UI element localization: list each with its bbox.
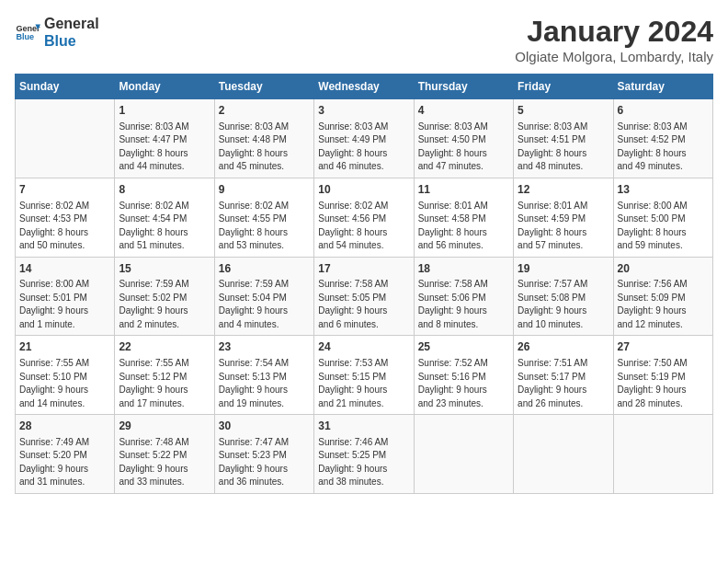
day-info: Sunrise: 7:57 AMSunset: 5:08 PMDaylight:… — [518, 278, 609, 331]
calendar-cell: 25Sunrise: 7:52 AMSunset: 5:16 PMDayligh… — [414, 336, 513, 415]
day-number: 22 — [119, 339, 210, 355]
day-info: Sunrise: 8:03 AMSunset: 4:49 PMDaylight:… — [318, 121, 409, 174]
day-number: 8 — [119, 182, 210, 198]
logo: General Blue General Blue — [15, 15, 99, 50]
page-title: January 2024 — [515, 15, 713, 49]
header-saturday: Saturday — [613, 75, 712, 99]
day-number: 24 — [318, 339, 409, 355]
day-info: Sunrise: 8:02 AMSunset: 4:54 PMDaylight:… — [119, 200, 210, 253]
calendar-cell: 19Sunrise: 7:57 AMSunset: 5:08 PMDayligh… — [514, 257, 613, 336]
calendar-cell: 16Sunrise: 7:59 AMSunset: 5:04 PMDayligh… — [214, 257, 313, 336]
calendar-cell: 10Sunrise: 8:02 AMSunset: 4:56 PMDayligh… — [314, 178, 414, 257]
calendar-cell: 2Sunrise: 8:03 AMSunset: 4:48 PMDaylight… — [214, 99, 313, 178]
day-info: Sunrise: 8:03 AMSunset: 4:50 PMDaylight:… — [418, 121, 509, 174]
calendar-cell: 27Sunrise: 7:50 AMSunset: 5:19 PMDayligh… — [613, 336, 712, 415]
day-number: 14 — [19, 261, 110, 277]
day-number: 27 — [618, 339, 709, 355]
calendar-cell: 12Sunrise: 8:01 AMSunset: 4:59 PMDayligh… — [514, 178, 613, 257]
calendar-cell: 9Sunrise: 8:02 AMSunset: 4:55 PMDaylight… — [214, 178, 313, 257]
day-number: 11 — [418, 182, 509, 198]
day-number: 5 — [518, 103, 609, 119]
calendar-cell: 17Sunrise: 7:58 AMSunset: 5:05 PMDayligh… — [314, 257, 414, 336]
title-block: January 2024 Olgiate Molgora, Lombardy, … — [515, 15, 713, 64]
day-number: 15 — [119, 261, 210, 277]
day-info: Sunrise: 7:53 AMSunset: 5:15 PMDaylight:… — [318, 357, 409, 410]
day-info: Sunrise: 8:02 AMSunset: 4:56 PMDaylight:… — [318, 200, 409, 253]
day-number: 4 — [418, 103, 509, 119]
day-number: 25 — [418, 339, 509, 355]
page-subtitle: Olgiate Molgora, Lombardy, Italy — [515, 49, 713, 64]
header-wednesday: Wednesday — [314, 75, 414, 99]
day-info: Sunrise: 7:46 AMSunset: 5:25 PMDaylight:… — [318, 436, 409, 489]
header-sunday: Sunday — [16, 75, 115, 99]
calendar-week-row: 21Sunrise: 7:55 AMSunset: 5:10 PMDayligh… — [16, 336, 713, 415]
calendar-cell: 18Sunrise: 7:58 AMSunset: 5:06 PMDayligh… — [414, 257, 513, 336]
calendar-cell: 15Sunrise: 7:59 AMSunset: 5:02 PMDayligh… — [115, 257, 214, 336]
day-number: 26 — [518, 339, 609, 355]
calendar-cell — [613, 415, 712, 494]
day-info: Sunrise: 8:02 AMSunset: 4:53 PMDaylight:… — [19, 200, 110, 253]
day-number: 30 — [219, 419, 310, 434]
calendar-cell: 20Sunrise: 7:56 AMSunset: 5:09 PMDayligh… — [613, 257, 712, 336]
calendar-cell: 6Sunrise: 8:03 AMSunset: 4:52 PMDaylight… — [613, 99, 712, 178]
day-info: Sunrise: 7:55 AMSunset: 5:12 PMDaylight:… — [119, 357, 210, 410]
day-info: Sunrise: 7:55 AMSunset: 5:10 PMDaylight:… — [19, 357, 110, 410]
day-number: 9 — [219, 182, 310, 198]
day-number: 20 — [618, 261, 709, 277]
day-number: 12 — [518, 182, 609, 198]
day-number: 3 — [318, 103, 409, 119]
calendar-cell: 14Sunrise: 8:00 AMSunset: 5:01 PMDayligh… — [16, 257, 115, 336]
day-info: Sunrise: 8:03 AMSunset: 4:51 PMDaylight:… — [518, 121, 609, 174]
calendar-week-row: 7Sunrise: 8:02 AMSunset: 4:53 PMDaylight… — [16, 178, 713, 257]
calendar-cell: 22Sunrise: 7:55 AMSunset: 5:12 PMDayligh… — [115, 336, 214, 415]
calendar-cell: 31Sunrise: 7:46 AMSunset: 5:25 PMDayligh… — [314, 415, 414, 494]
day-info: Sunrise: 7:48 AMSunset: 5:22 PMDaylight:… — [119, 436, 210, 489]
day-number: 23 — [219, 339, 310, 355]
day-info: Sunrise: 8:01 AMSunset: 4:58 PMDaylight:… — [418, 200, 509, 253]
calendar-table: SundayMondayTuesdayWednesdayThursdayFrid… — [15, 74, 713, 494]
calendar-cell: 11Sunrise: 8:01 AMSunset: 4:58 PMDayligh… — [414, 178, 513, 257]
day-number: 7 — [19, 182, 110, 198]
calendar-header-row: SundayMondayTuesdayWednesdayThursdayFrid… — [16, 75, 713, 99]
day-number: 18 — [418, 261, 509, 277]
calendar-cell: 29Sunrise: 7:48 AMSunset: 5:22 PMDayligh… — [115, 415, 214, 494]
page-header: General Blue General Blue January 2024 O… — [15, 15, 713, 64]
day-info: Sunrise: 8:02 AMSunset: 4:55 PMDaylight:… — [219, 200, 310, 253]
day-number: 1 — [119, 103, 210, 119]
day-number: 17 — [318, 261, 409, 277]
calendar-week-row: 14Sunrise: 8:00 AMSunset: 5:01 PMDayligh… — [16, 257, 713, 336]
header-thursday: Thursday — [414, 75, 513, 99]
day-number: 19 — [518, 261, 609, 277]
day-info: Sunrise: 7:59 AMSunset: 5:04 PMDaylight:… — [219, 278, 310, 331]
calendar-cell: 7Sunrise: 8:02 AMSunset: 4:53 PMDaylight… — [16, 178, 115, 257]
calendar-week-row: 1Sunrise: 8:03 AMSunset: 4:47 PMDaylight… — [16, 99, 713, 178]
day-info: Sunrise: 7:50 AMSunset: 5:19 PMDaylight:… — [618, 357, 709, 410]
logo-icon: General Blue — [15, 19, 40, 45]
logo-line2: Blue — [44, 32, 99, 50]
header-monday: Monday — [115, 75, 214, 99]
calendar-cell: 1Sunrise: 8:03 AMSunset: 4:47 PMDaylight… — [115, 99, 214, 178]
day-info: Sunrise: 7:47 AMSunset: 5:23 PMDaylight:… — [219, 436, 310, 489]
header-friday: Friday — [514, 75, 613, 99]
day-info: Sunrise: 7:59 AMSunset: 5:02 PMDaylight:… — [119, 278, 210, 331]
calendar-cell: 3Sunrise: 8:03 AMSunset: 4:49 PMDaylight… — [314, 99, 414, 178]
calendar-cell — [414, 415, 513, 494]
day-number: 28 — [19, 419, 110, 434]
calendar-cell: 5Sunrise: 8:03 AMSunset: 4:51 PMDaylight… — [514, 99, 613, 178]
calendar-cell — [514, 415, 613, 494]
calendar-cell: 21Sunrise: 7:55 AMSunset: 5:10 PMDayligh… — [16, 336, 115, 415]
day-number: 6 — [618, 103, 709, 119]
calendar-week-row: 28Sunrise: 7:49 AMSunset: 5:20 PMDayligh… — [16, 415, 713, 494]
day-info: Sunrise: 8:00 AMSunset: 5:00 PMDaylight:… — [618, 200, 709, 253]
header-tuesday: Tuesday — [214, 75, 313, 99]
calendar-cell: 8Sunrise: 8:02 AMSunset: 4:54 PMDaylight… — [115, 178, 214, 257]
day-info: Sunrise: 7:52 AMSunset: 5:16 PMDaylight:… — [418, 357, 509, 410]
calendar-cell: 23Sunrise: 7:54 AMSunset: 5:13 PMDayligh… — [214, 336, 313, 415]
day-info: Sunrise: 7:56 AMSunset: 5:09 PMDaylight:… — [618, 278, 709, 331]
day-info: Sunrise: 8:00 AMSunset: 5:01 PMDaylight:… — [19, 278, 110, 331]
svg-text:Blue: Blue — [16, 33, 34, 42]
day-info: Sunrise: 7:54 AMSunset: 5:13 PMDaylight:… — [219, 357, 310, 410]
day-number: 31 — [318, 419, 409, 434]
day-number: 10 — [318, 182, 409, 198]
day-number: 13 — [618, 182, 709, 198]
